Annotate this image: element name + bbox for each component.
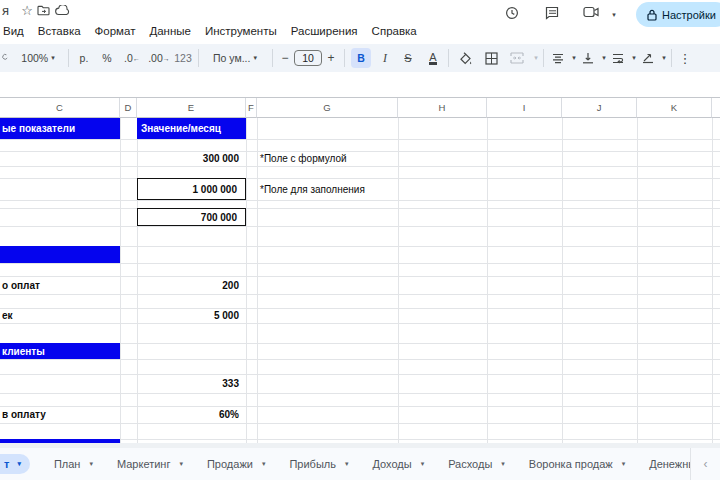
increase-decimal-label: .00 xyxy=(148,52,163,64)
sheet-tab-label: Воронка продаж xyxy=(529,458,613,470)
cell-revenue[interactable]: 300 000 xyxy=(137,151,243,166)
more-options-button[interactable]: ⋮ xyxy=(678,44,692,72)
sheet-tab-profit[interactable]: Прибыль ▾ xyxy=(289,458,348,470)
column-header-K[interactable]: K xyxy=(637,98,712,118)
lock-icon xyxy=(647,9,657,21)
increase-decimal-arrow-icon: → xyxy=(163,55,170,62)
star-icon[interactable]: ☆ xyxy=(19,4,35,18)
toolbar: 100% ▾ р. % .0 ← .00 → 123 По ум... ▾ − … xyxy=(0,44,720,72)
menu-format[interactable]: Формат xyxy=(95,25,136,37)
menu-view[interactable]: Вид xyxy=(3,25,24,37)
column-header-C[interactable]: C xyxy=(0,98,120,118)
video-call-caret-icon[interactable]: ▾ xyxy=(606,8,622,22)
sheet-tab-caret-icon: ▾ xyxy=(501,460,505,468)
cell-conversion-value[interactable]: 60% xyxy=(137,406,243,423)
menu-insert[interactable]: Вставка xyxy=(38,25,81,37)
menu-help[interactable]: Справка xyxy=(372,25,417,37)
gridline xyxy=(0,423,720,424)
strikethrough-button[interactable]: S xyxy=(399,44,417,72)
cell-kpi-header[interactable]: ые показатели xyxy=(2,118,75,139)
gridline xyxy=(0,208,720,209)
gridline xyxy=(0,359,720,360)
menu-extensions[interactable]: Расширения xyxy=(291,25,358,37)
sheet-tab-marketing[interactable]: Маркетинг ▾ xyxy=(117,458,183,470)
sheet-tab-sales[interactable]: Продажи ▾ xyxy=(207,458,265,470)
bold-button[interactable]: B xyxy=(351,48,371,68)
text-rotation-button[interactable] xyxy=(639,44,657,72)
column-header-H[interactable]: H xyxy=(398,98,487,118)
cell-expense-value[interactable]: 700 000 xyxy=(137,208,241,226)
column-header-I[interactable]: I xyxy=(487,98,562,118)
cell-leads-value[interactable]: 333 xyxy=(137,374,243,393)
version-history-icon[interactable] xyxy=(505,6,521,20)
sheet-tab-active[interactable]: т ▾ xyxy=(0,454,30,474)
percent-format-button[interactable]: % xyxy=(98,44,116,72)
merge-cells-button[interactable] xyxy=(506,44,528,72)
text-wrap-button[interactable] xyxy=(609,44,627,72)
sheet-tab-expenses[interactable]: Расходы ▾ xyxy=(448,458,505,470)
cell-clients-header[interactable]: клиенты xyxy=(2,343,45,359)
title-bar: я ☆ ▾ Настройки xyxy=(0,0,720,22)
sheet-tab-plan[interactable]: План ▾ xyxy=(54,458,93,470)
blue-section-row[interactable] xyxy=(0,246,120,263)
column-header-D[interactable]: D xyxy=(120,98,137,118)
borders-button[interactable] xyxy=(481,44,501,72)
column-header-partial[interactable] xyxy=(712,98,720,118)
sheet-tab-caret-icon: ▾ xyxy=(17,460,21,468)
column-header-G[interactable]: G xyxy=(257,98,398,118)
cell-formula-note[interactable]: *Поле с формулой xyxy=(260,151,347,166)
tab-scroll-left-button[interactable]: ‹ xyxy=(690,448,720,480)
sheet-tab-label: Продажи xyxy=(207,458,253,470)
italic-button[interactable]: I xyxy=(377,44,393,72)
gridline xyxy=(0,263,720,264)
cloud-status-icon[interactable] xyxy=(55,5,71,19)
increase-decimal-button[interactable]: .00 → xyxy=(146,44,172,72)
text-rotation-caret-icon[interactable]: ▾ xyxy=(659,44,669,72)
sheet-tab-label: План xyxy=(54,458,81,470)
more-formats-button[interactable]: 123 xyxy=(172,44,194,72)
column-header-J[interactable]: J xyxy=(562,98,637,118)
currency-format-button[interactable]: р. xyxy=(74,44,94,72)
sheet-tab-caret-icon: ▾ xyxy=(345,460,349,468)
column-header-E[interactable]: E xyxy=(137,98,246,118)
vertical-align-button[interactable] xyxy=(579,44,597,72)
increase-font-size-button[interactable]: + xyxy=(324,44,338,72)
document-title[interactable]: я xyxy=(2,3,9,18)
gridline xyxy=(0,294,720,295)
comments-icon[interactable] xyxy=(545,6,561,20)
column-header-F[interactable]: F xyxy=(246,98,257,118)
move-folder-icon[interactable] xyxy=(37,5,53,19)
cell-value-header[interactable]: Значение/месяц xyxy=(141,118,221,139)
cell-avg-check-label[interactable]: ек xyxy=(2,308,13,323)
sheet-tab-funnel[interactable]: Воронка продаж ▾ xyxy=(529,458,625,470)
clipped-toolbar-icon xyxy=(0,44,8,72)
sheet-tab-label: Расходы xyxy=(448,458,492,470)
menu-data[interactable]: Данные xyxy=(149,25,191,37)
gridline xyxy=(0,166,720,167)
cell-plan-value[interactable]: 1 000 000 xyxy=(137,178,241,200)
horizontal-align-button[interactable] xyxy=(549,44,567,72)
font-select[interactable]: По ум... ▾ xyxy=(204,44,266,72)
sheet-tab-caret-icon: ▾ xyxy=(262,460,266,468)
cell-fill-note[interactable]: *Поле для заполнения xyxy=(260,178,365,200)
zoom-select[interactable]: 100% ▾ xyxy=(12,44,64,72)
cell-avg-check-value[interactable]: 5 000 xyxy=(137,308,243,323)
zoom-value: 100% xyxy=(21,52,48,64)
text-wrap-caret-icon[interactable]: ▾ xyxy=(629,44,639,72)
merge-cells-caret-icon[interactable]: ▾ xyxy=(531,44,541,72)
font-size-input[interactable]: 10 xyxy=(294,50,322,66)
decrease-decimal-button[interactable]: .0 ← xyxy=(120,44,144,72)
decrease-font-size-button[interactable]: − xyxy=(278,44,292,72)
share-button[interactable]: Настройки xyxy=(636,2,720,27)
cell-payments-value[interactable]: 200 xyxy=(137,276,243,294)
toolbar-divider xyxy=(344,49,345,67)
horizontal-align-caret-icon[interactable]: ▾ xyxy=(569,44,579,72)
video-call-icon[interactable] xyxy=(583,6,599,20)
sheet-tab-income[interactable]: Доходы ▾ xyxy=(372,458,424,470)
vertical-align-caret-icon[interactable]: ▾ xyxy=(599,44,609,72)
text-color-button[interactable]: A xyxy=(424,44,442,72)
cell-payments-label[interactable]: о оплат xyxy=(2,276,40,294)
menu-tools[interactable]: Инструменты xyxy=(205,25,277,37)
cell-conversion-label[interactable]: в оплату xyxy=(2,406,46,423)
fill-color-button[interactable] xyxy=(455,44,475,72)
